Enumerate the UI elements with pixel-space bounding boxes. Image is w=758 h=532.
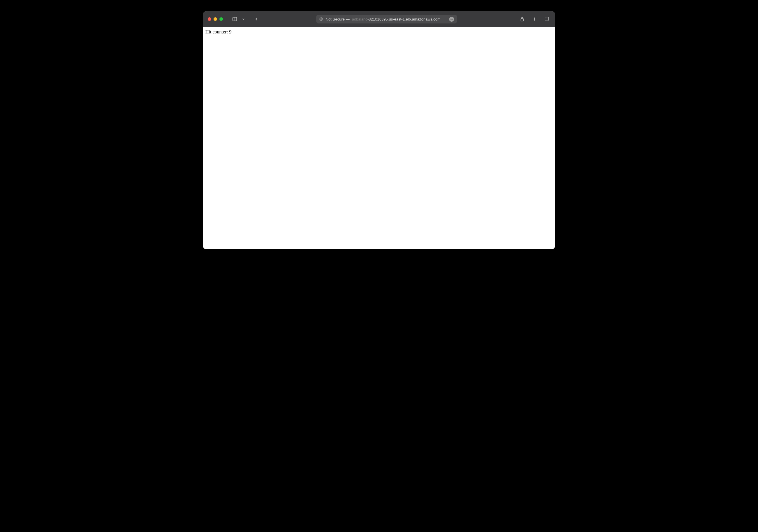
svg-rect-11 — [545, 18, 548, 21]
page-settings-button[interactable] — [449, 17, 454, 22]
browser-toolbar: Not Secure — adbalanc-821016395.us-east-… — [203, 11, 555, 27]
url-host-prefix: adbalanc — [352, 17, 367, 21]
hit-counter-label: Hit counter: — [205, 29, 229, 34]
back-button[interactable] — [253, 16, 260, 22]
svg-point-5 — [451, 19, 452, 19]
tab-overview-button[interactable] — [543, 16, 550, 22]
sidebar-toggle-button[interactable] — [231, 16, 238, 22]
hit-counter-text: Hit counter: 9 — [205, 29, 553, 35]
share-button[interactable] — [519, 16, 526, 22]
address-bar-container: Not Secure — adbalanc-821016395.us-east-… — [263, 15, 510, 23]
security-status-label: Not Secure — — [326, 17, 350, 21]
minimize-window-button[interactable] — [214, 17, 217, 21]
window-controls — [208, 17, 223, 21]
address-bar[interactable]: Not Secure — adbalanc-821016395.us-east-… — [316, 15, 457, 23]
url-text: adbalanc-821016395.us-east-1.elb.amazona… — [352, 17, 441, 21]
svg-point-6 — [452, 19, 453, 19]
svg-rect-0 — [233, 17, 237, 21]
tab-groups-dropdown[interactable] — [240, 16, 247, 22]
url-host-visible: -821016395.us-east-1.elb.amazonaws.com — [367, 17, 440, 21]
page-content: Hit counter: 9 — [203, 27, 555, 249]
globe-icon — [319, 17, 323, 21]
close-window-button[interactable] — [208, 17, 211, 21]
svg-point-4 — [450, 19, 451, 19]
toolbar-right-group — [519, 16, 550, 22]
hit-counter-value: 9 — [229, 29, 231, 34]
toolbar-left-group — [231, 16, 260, 22]
maximize-window-button[interactable] — [220, 17, 223, 21]
new-tab-button[interactable] — [531, 16, 538, 22]
browser-window: Not Secure — adbalanc-821016395.us-east-… — [203, 11, 555, 249]
